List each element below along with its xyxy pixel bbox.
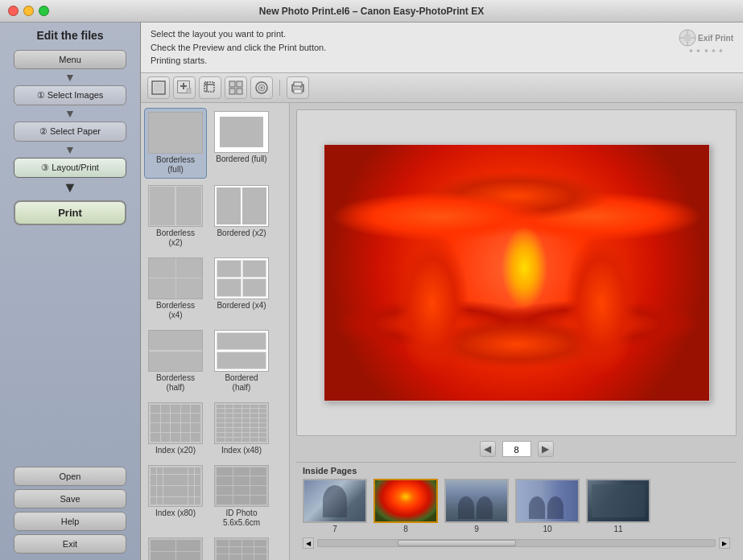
next-page-button[interactable]: ▶ — [538, 441, 554, 457]
info-bar: Select the layout you want to print. Che… — [141, 23, 743, 73]
grid-icon — [229, 80, 243, 95]
svg-rect-17 — [237, 81, 242, 87]
strip-item-11[interactable]: 11 — [586, 479, 650, 533]
arrow-3: ▼ — [64, 144, 76, 155]
strip-scroll-track[interactable] — [317, 539, 716, 547]
layout-item-bordered-x2[interactable]: Bordered (x2) — [210, 182, 273, 251]
layout-row-2: Borderless(x2) Bordered (x2) — [144, 180, 286, 253]
sidebar: Edit the files Menu ▼ ① Select Images ▼ … — [0, 23, 141, 560]
sidebar-item-select-paper[interactable]: ② Select Paper — [14, 121, 126, 142]
menu-button[interactable]: Menu — [14, 50, 126, 69]
step3-num: ③ — [41, 163, 52, 172]
exit-button[interactable]: Exit — [14, 534, 126, 554]
strip-thumb-10 — [515, 479, 580, 523]
exif-stars: ✦ ✦ ✦ ✦ ✦ — [688, 47, 724, 56]
strip-item-7[interactable]: 7 — [303, 479, 367, 533]
layout-label-bordered-x2: Bordered (x2) — [217, 229, 266, 238]
strip-image-7 — [304, 480, 365, 521]
layout-scroll-content[interactable]: Borderless(full) Bordered (full) — [141, 103, 289, 561]
exif-text: Exif Print — [698, 32, 733, 44]
layout-label-bordered-full: Bordered (full) — [216, 154, 266, 164]
layout-item-index-x80[interactable]: Index (x80) — [144, 462, 207, 531]
print-button[interactable]: Print — [14, 200, 126, 225]
strip-scroll-right[interactable]: ▶ — [719, 537, 730, 549]
maximize-button[interactable] — [39, 6, 49, 16]
sidebar-bottom: Open Save Help Exit — [14, 467, 126, 554]
layout-row-6: Index (x80) ID Photo — [144, 460, 286, 533]
strip-scroll-left[interactable]: ◀ — [303, 537, 314, 549]
strip-num-10: 10 — [543, 525, 551, 533]
layout-label-bordered-half: Bordered(half) — [225, 373, 258, 393]
layout-item-index-x48[interactable]: Index (x48) — [210, 399, 273, 459]
svg-point-22 — [261, 86, 263, 89]
step2-num: ② — [39, 126, 50, 136]
layout-thumb-bordered-half — [214, 330, 269, 372]
strip-item-10[interactable]: 10 — [515, 479, 580, 533]
layout-label-index-x48: Index (x48) — [221, 446, 262, 455]
crop-tool[interactable] — [199, 76, 221, 99]
sidebar-item-layout-print[interactable]: ③ Layout/Print — [14, 158, 126, 178]
layout-row-5: Index (x20) — [144, 397, 286, 460]
strip-thumb-11 — [586, 479, 650, 523]
layout-thumb-bordered-full — [214, 111, 269, 153]
layout-item-id-photo-1[interactable]: ID Photo5.6x5.6cm — [210, 462, 273, 531]
step1-label: Select Images — [47, 90, 104, 100]
page-number[interactable]: 8 — [502, 441, 531, 457]
layout-icon — [151, 80, 166, 95]
strip-scroll-thumb[interactable] — [398, 540, 517, 546]
strip-num-9: 9 — [474, 525, 479, 533]
layout-item-borderless-x4[interactable]: Borderless(x4) — [144, 254, 207, 323]
preview-canvas — [296, 109, 737, 437]
add-image-icon — [177, 80, 192, 95]
strip-image-8 — [375, 480, 436, 521]
layout-item-index-x20[interactable]: Index (x20) — [144, 399, 207, 459]
page-nav: ◀ 8 ▶ — [296, 436, 737, 462]
svg-rect-13 — [204, 82, 214, 92]
layout-item-id-photo-3[interactable]: ID Photo — [210, 534, 273, 561]
minimize-button[interactable] — [23, 6, 34, 16]
svg-rect-24 — [294, 82, 302, 86]
layout-item-borderless-full[interactable]: Borderless(full) — [144, 108, 207, 179]
layout-row-7: ID Photo — [144, 533, 286, 561]
arrow-4: ▼ — [63, 180, 77, 195]
strip-num-7: 7 — [332, 525, 337, 533]
layout-item-bordered-x4[interactable]: Bordered (x4) — [210, 254, 273, 323]
thumbnail-strip-container: Inside Pages 7 — [296, 462, 737, 554]
layout-item-bordered-half[interactable]: Bordered(half) — [210, 327, 273, 396]
strip-image-10 — [517, 480, 578, 521]
help-button[interactable]: Help — [14, 512, 126, 531]
preview-paper — [324, 144, 710, 401]
svg-point-1 — [683, 34, 691, 42]
layout-thumb-borderless-x2 — [148, 185, 203, 227]
crop-icon — [203, 80, 217, 95]
thumbnail-strip: 7 8 — [303, 479, 730, 533]
layout-item-id-photo-2[interactable]: ID Photo — [144, 534, 207, 561]
prev-page-button[interactable]: ◀ — [480, 441, 496, 457]
layout-row-1: Borderless(full) Bordered (full) — [144, 106, 286, 180]
close-button[interactable] — [8, 6, 19, 16]
grid-tool[interactable] — [225, 76, 247, 99]
arrow-2: ▼ — [64, 108, 76, 119]
layout-label-borderless-half: Borderless(half) — [156, 373, 195, 393]
layout-thumb-borderless-full — [148, 112, 203, 154]
layout-item-borderless-x2[interactable]: Borderless(x2) — [144, 182, 207, 251]
strip-item-9[interactable]: 9 — [444, 479, 509, 533]
step1-num: ① — [37, 90, 47, 100]
add-image-tool[interactable] — [173, 76, 196, 99]
print-icon — [291, 80, 305, 95]
print-preview-tool[interactable] — [287, 76, 309, 99]
layout-item-bordered-full[interactable]: Bordered (full) — [210, 108, 273, 179]
step3-label: Layout/Print — [52, 163, 99, 172]
select-layout-tool[interactable] — [147, 76, 170, 99]
save-button[interactable]: Save — [14, 489, 126, 509]
strip-item-8[interactable]: 8 — [374, 479, 438, 533]
layout-item-borderless-half[interactable]: Borderless(half) — [144, 327, 207, 396]
open-button[interactable]: Open — [14, 467, 126, 486]
strip-scrollbar: ◀ ▶ — [303, 536, 730, 550]
sidebar-item-select-images[interactable]: ① Select Images — [14, 85, 126, 105]
svg-rect-16 — [229, 81, 235, 87]
preview-area: ◀ 8 ▶ Inside Pages — [290, 103, 743, 561]
layout-thumb-borderless-half — [148, 330, 203, 372]
svg-rect-12 — [187, 89, 191, 93]
color-tool[interactable] — [250, 76, 273, 99]
